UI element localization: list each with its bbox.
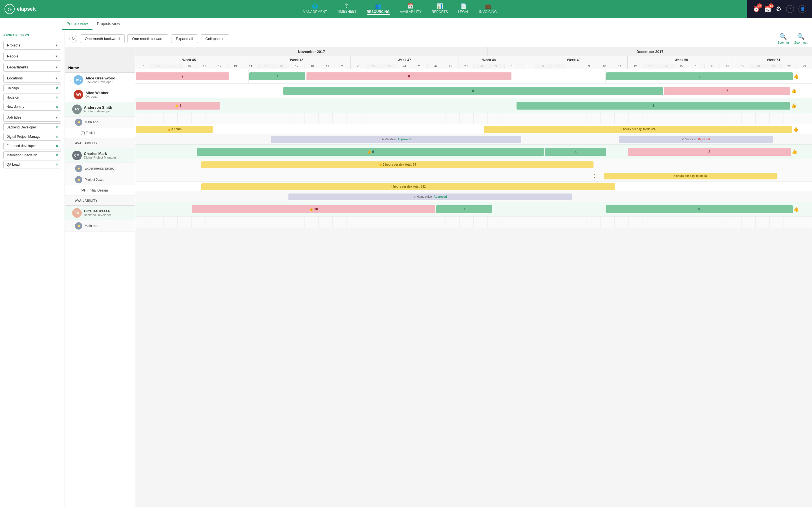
- remove-backend-icon[interactable]: ×: [56, 125, 58, 129]
- gantt-row-anderson: 👍 3 8 👍: [135, 98, 812, 113]
- nav-management[interactable]: 🌐 MANAGEMENT: [303, 3, 327, 15]
- bar-homeoffice-charles[interactable]: ⊘ Home office: Approved: [289, 193, 572, 200]
- help-button[interactable]: ?: [786, 5, 794, 13]
- remove-houston-icon[interactable]: ×: [56, 95, 58, 100]
- one-month-forward-button[interactable]: One month forward: [128, 34, 168, 43]
- zoom-in-button[interactable]: 🔍 Zoom in: [777, 33, 789, 44]
- one-month-backward-button[interactable]: One month backward: [80, 34, 124, 43]
- chicago-tag[interactable]: Chicago ×: [3, 84, 61, 92]
- gantt-subrow-xaxio: ⋮ 8 hours per day, total: 48: [135, 170, 812, 182]
- resourcing-icon: 👥: [367, 3, 390, 9]
- title-anderson: Frontend developer: [84, 110, 112, 113]
- backend-dev-tag[interactable]: Backend Developer ×: [3, 123, 61, 131]
- gantt-row-alice-g: 9 7 9: [135, 69, 812, 83]
- title-charles: Digital Project Manager: [84, 156, 116, 159]
- subrow-mainapp-anderson: 📁 Main app: [65, 117, 135, 128]
- remove-marketing-icon[interactable]: ×: [56, 153, 58, 158]
- bar-vacation-anderson-2[interactable]: ⊘ Vacation: Rejected: [619, 136, 773, 143]
- remove-digital-pm-icon[interactable]: ×: [56, 134, 58, 139]
- bar-alice-w-1[interactable]: 8: [283, 87, 663, 95]
- tab-projects-view[interactable]: Projects view: [93, 18, 124, 30]
- bar-elita-3[interactable]: 8: [606, 205, 793, 213]
- remove-frontend-icon[interactable]: ×: [56, 144, 58, 148]
- people-filter[interactable]: People ▾: [3, 52, 61, 61]
- user-button[interactable]: 👤: [799, 5, 806, 13]
- availability-label-charles: AVAILABILITY: [75, 199, 98, 202]
- projects-dropdown-icon: ▾: [56, 43, 57, 47]
- nav-legal[interactable]: 📄 LEGAL: [458, 3, 469, 15]
- bar-alice-w-2[interactable]: 7: [664, 87, 791, 95]
- gantt-subrow-experimental: 👍 2 hours per day, total: 74: [135, 159, 812, 170]
- tab-people-view[interactable]: People view: [62, 18, 93, 30]
- bar-task1-1[interactable]: 👍 3 hours: [136, 126, 213, 133]
- remove-qa-icon[interactable]: ×: [56, 162, 58, 167]
- nav-invoicing[interactable]: 💼 INVOICING: [479, 3, 497, 15]
- houston-tag[interactable]: Houston ×: [3, 94, 61, 101]
- bar-task1-2[interactable]: 8 hours per day, total: 224: [484, 126, 792, 133]
- settings-button[interactable]: ⚙: [776, 5, 781, 13]
- name-alice-g: Alice Greenwood: [86, 76, 115, 80]
- logo-area[interactable]: ◎ elapseit: [4, 4, 52, 14]
- bar-charles-2[interactable]: 4: [545, 148, 606, 156]
- title-elita: Backend Developer: [84, 213, 111, 217]
- vacation-circle-icon-2: ⊘: [682, 138, 684, 141]
- collapse-all-button[interactable]: Collapse all: [201, 34, 229, 43]
- availability-label-anderson: AVAILABILITY: [75, 142, 98, 145]
- nav-timesheet[interactable]: ⏱ TIMESHEET: [337, 3, 357, 15]
- calendar-button[interactable]: 📅 13: [764, 6, 771, 12]
- bar-charles-1[interactable]: 👍 6: [197, 148, 544, 156]
- nav-resourcing[interactable]: 👥 RESOURCING: [367, 3, 390, 15]
- avatar-mainapp-elita: 📁: [75, 222, 82, 230]
- zoom-out-button[interactable]: 🔍 Zoom out: [795, 33, 808, 44]
- bar-xaxio[interactable]: 8 hours per day, total: 48: [604, 173, 777, 179]
- expand-alice-g[interactable]: →: [68, 78, 71, 82]
- frontend-dev-tag[interactable]: Frontend developer ×: [3, 142, 61, 150]
- remove-chicago-icon[interactable]: ×: [56, 86, 58, 91]
- bar-alice-g-3[interactable]: 9: [306, 72, 512, 80]
- nav-refresh-button[interactable]: ↻: [69, 35, 77, 43]
- toolbar: ↻ One month backward One month forward E…: [65, 30, 812, 47]
- invoicing-icon: 💼: [479, 3, 497, 9]
- locations-filter[interactable]: Locations ▾: [3, 74, 61, 82]
- bar-vacation-anderson[interactable]: ⊘ Vacation: Approved: [271, 136, 521, 143]
- nav-reports[interactable]: 📊 REPORTS: [432, 3, 448, 15]
- expand-anderson[interactable]: ↓: [68, 108, 70, 111]
- expand-charles[interactable]: ↓: [68, 154, 70, 157]
- bar-alice-g-4[interactable]: 8: [606, 72, 793, 80]
- expand-elita[interactable]: ↓: [68, 211, 70, 215]
- reset-filters-button[interactable]: RESET FILTERS: [3, 34, 61, 37]
- taskrow-initial-design: (PH) Initial Design: [65, 185, 135, 195]
- bar-alice-g-2[interactable]: 7: [249, 72, 305, 80]
- avatar-alice-w: AW: [73, 90, 83, 100]
- expand-alice-w[interactable]: →: [68, 93, 71, 96]
- person-row-charles: ↓ CM Charles Mark Digital Project Manage…: [65, 148, 135, 163]
- bar-charles-3[interactable]: 8: [628, 148, 791, 156]
- bar-anderson-2[interactable]: 8: [516, 102, 791, 110]
- digital-pm-tag[interactable]: Digital Project Manager ×: [3, 133, 61, 140]
- legal-icon: 📄: [458, 3, 469, 9]
- week-headers: Week 45 Week 46 Week 47 Week 48 Week 49 …: [135, 56, 812, 64]
- bar-anderson-1[interactable]: 👍 3: [136, 102, 220, 110]
- expand-all-button[interactable]: Expand all: [171, 34, 198, 43]
- bar-elita-1[interactable]: 👍 10: [192, 205, 435, 213]
- gantt-taskrow-initial-design: 4 hours per day, total: 132: [135, 182, 812, 192]
- bar-elita-2[interactable]: 7: [436, 205, 492, 213]
- availability-icon: 📅: [400, 3, 421, 9]
- notifications-button[interactable]: ⏰ 27: [753, 6, 760, 12]
- avail-row-charles: AVAILABILITY: [65, 195, 135, 206]
- newjersey-tag[interactable]: New Jersey ×: [3, 103, 61, 111]
- qa-lead-tag[interactable]: QA Lead ×: [3, 161, 61, 168]
- bar-alice-g-1[interactable]: 9: [136, 72, 229, 80]
- avail-row-anderson: AVAILABILITY: [65, 138, 135, 148]
- bar-experimental[interactable]: 👍 2 hours per day, total: 74: [201, 161, 594, 168]
- bar-initial-design[interactable]: 4 hours per day, total: 132: [201, 183, 615, 190]
- job-titles-filter[interactable]: Job titles ▾: [3, 113, 61, 122]
- experimental-label: Experimental project: [85, 166, 115, 170]
- homeoffice-circle-icon: ⊘: [413, 195, 416, 198]
- nav-availability[interactable]: 📅 AVAILABILITY: [400, 3, 421, 15]
- remove-newjersey-icon[interactable]: ×: [56, 105, 58, 109]
- projects-filter[interactable]: Projects ▾: [3, 41, 61, 50]
- marketing-specialist-tag[interactable]: Marketing Specialist ×: [3, 151, 61, 159]
- departments-filter[interactable]: Departments ▾: [3, 63, 61, 71]
- avatar-alice-g: AG: [73, 75, 83, 85]
